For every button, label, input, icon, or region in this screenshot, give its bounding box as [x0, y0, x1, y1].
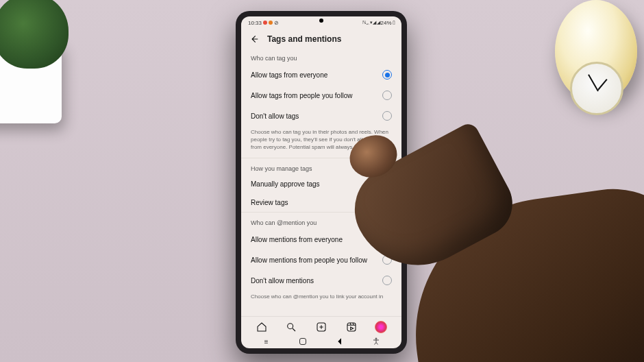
- help-text-tags: Choose who can tag you in their photos a…: [241, 126, 401, 158]
- option-allow-mentions-everyone[interactable]: Allow mentions from everyone: [241, 229, 401, 250]
- status-nfc-icon: ℕ: [362, 20, 367, 25]
- option-label: Allow tags from people you follow: [251, 92, 352, 99]
- status-volte-icon: ⩋: [367, 21, 369, 25]
- status-notification-dot-icon: [263, 21, 267, 25]
- status-battery-percent: 24%: [380, 20, 391, 26]
- option-label: Don't allow tags: [251, 112, 299, 120]
- status-time: 10:33: [248, 20, 262, 26]
- page-title: Tags and mentions: [267, 34, 341, 44]
- status-signal-icon: ◢: [373, 20, 376, 25]
- option-dont-allow-tags[interactable]: Don't allow tags: [241, 106, 401, 126]
- svg-rect-2: [347, 323, 356, 331]
- nav-profile-avatar[interactable]: [375, 321, 387, 333]
- bottom-nav: [241, 316, 401, 335]
- option-allow-mentions-following[interactable]: Allow mentions from people you follow: [241, 250, 401, 270]
- screen: 10:33 ⊘ ℕ ⩋ ▾ ◢ ◢ 24% ▯ Tags and mention…: [241, 16, 401, 348]
- android-nav-bar: ≡: [241, 335, 401, 348]
- help-text-mentions-truncated: Choose who can @mention you to link your…: [241, 291, 401, 302]
- section-label-mentions: Who can @mention you: [241, 213, 401, 229]
- option-label: Allow mentions from everyone: [251, 236, 343, 243]
- nav-reels[interactable]: [345, 321, 358, 333]
- home-square-icon: [299, 338, 306, 345]
- row-label: Manually approve tags: [251, 180, 320, 188]
- status-wifi-icon: ▾: [370, 20, 373, 25]
- radio-selected-icon: [382, 234, 392, 244]
- row-label: Review tags: [251, 199, 288, 206]
- android-back[interactable]: [334, 337, 345, 346]
- status-battery-icon: ▯: [393, 20, 395, 25]
- section-label-tags: Who can tag you: [241, 51, 401, 64]
- option-allow-tags-following[interactable]: Allow tags from people you follow: [241, 85, 401, 106]
- reels-icon: [346, 322, 357, 333]
- nav-search[interactable]: [285, 321, 297, 333]
- option-dont-allow-mentions[interactable]: Don't allow mentions: [241, 270, 401, 291]
- accessibility-icon: [372, 337, 380, 346]
- radio-unselected-icon: [382, 111, 392, 121]
- radio-unselected-icon: [382, 90, 392, 100]
- row-review-tags[interactable]: Review tags: [241, 193, 401, 212]
- punch-hole-camera: [319, 19, 323, 23]
- search-icon: [286, 322, 297, 333]
- android-recents[interactable]: ≡: [261, 337, 272, 346]
- android-accessibility[interactable]: [371, 337, 382, 346]
- option-label: Don't allow mentions: [251, 277, 314, 285]
- phone-frame: 10:33 ⊘ ℕ ⩋ ▾ ◢ ◢ 24% ▯ Tags and mention…: [236, 11, 407, 354]
- nav-home[interactable]: [256, 321, 268, 333]
- radio-selected-icon: [382, 70, 392, 80]
- chevron-right-icon: [385, 200, 392, 206]
- option-label: Allow mentions from people you follow: [251, 256, 367, 264]
- radio-unselected-icon: [382, 276, 392, 285]
- status-recording-dot-icon: [269, 21, 273, 25]
- android-home[interactable]: [297, 337, 308, 346]
- plus-square-icon: [316, 322, 327, 333]
- option-allow-tags-everyone[interactable]: Allow tags from everyone: [241, 64, 401, 85]
- arrow-left-icon: [249, 34, 259, 44]
- svg-point-3: [375, 338, 377, 339]
- toggle-on-icon[interactable]: [377, 181, 392, 188]
- option-label: Allow tags from everyone: [251, 71, 327, 79]
- home-icon: [256, 322, 267, 333]
- status-do-not-disturb-icon: ⊘: [274, 20, 279, 26]
- page-header: Tags and mentions: [241, 29, 401, 51]
- nav-create[interactable]: [315, 321, 327, 333]
- status-signal2-icon: ◢: [377, 20, 380, 25]
- status-bar: 10:33 ⊘ ℕ ⩋ ▾ ◢ ◢ 24% ▯: [241, 16, 401, 29]
- decor-plant-left: [0, 0, 89, 130]
- back-button[interactable]: [249, 34, 259, 44]
- row-manually-approve-tags[interactable]: Manually approve tags: [241, 175, 401, 193]
- radio-unselected-icon: [382, 255, 392, 265]
- back-chevron-icon: [334, 336, 345, 347]
- section-label-manage: How you manage tags: [241, 158, 401, 175]
- recents-icon: ≡: [264, 338, 269, 346]
- decor-clock-right: [528, 0, 644, 137]
- svg-point-0: [288, 324, 293, 329]
